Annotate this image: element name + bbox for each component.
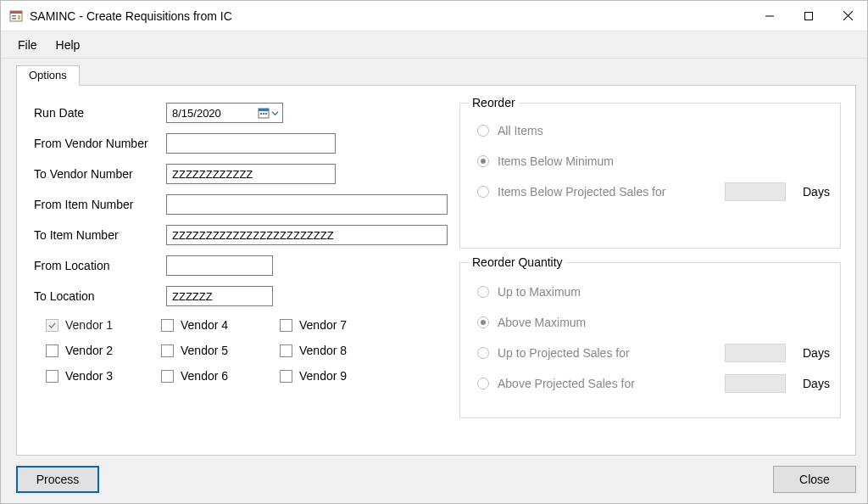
- reorder-qty-groupbox: Reorder Quantity Up to Maximum Above Max…: [459, 262, 841, 418]
- qty-up-to-max-radio: [477, 286, 489, 298]
- maximize-button[interactable]: [789, 1, 828, 31]
- form-area: Run Date 8/15/2020: [34, 98, 449, 311]
- vendor-1-checkbox: Vendor 1: [46, 318, 161, 332]
- svg-rect-12: [263, 113, 264, 115]
- vendor-6-checkbox[interactable]: Vendor 6: [161, 369, 280, 383]
- chevron-down-icon: [270, 109, 279, 117]
- reorder-below-min-radio: [477, 155, 489, 167]
- qty-up-to-projected-days-input: [725, 344, 786, 362]
- minimize-button[interactable]: [750, 1, 789, 31]
- qty-above-projected-days-input: [725, 374, 786, 393]
- run-date-label: Run Date: [34, 106, 166, 120]
- close-button[interactable]: Close: [773, 466, 856, 493]
- vendor-2-checkbox[interactable]: Vendor 2: [46, 344, 161, 357]
- calendar-icon: [258, 107, 270, 119]
- qty-above-projected-row: Above Projected Sales for Days: [460, 368, 840, 399]
- reorder-all-items-radio: [477, 125, 489, 137]
- from-item-label: From Item Number: [34, 198, 166, 211]
- to-item-label: To Item Number: [34, 228, 166, 242]
- reorder-days-input: [725, 182, 786, 201]
- qty-up-to-max-row: Up to Maximum: [460, 277, 840, 307]
- reorder-all-items-row: All Items: [460, 115, 840, 146]
- svg-rect-6: [805, 12, 813, 20]
- reorder-below-projected-row: Items Below Projected Sales for Days: [460, 176, 840, 207]
- to-location-input[interactable]: ZZZZZZ: [166, 286, 273, 306]
- to-vendor-input[interactable]: ZZZZZZZZZZZZ: [166, 164, 336, 184]
- app-window: SAMINC - Create Requisitions from IC Fil…: [0, 0, 868, 504]
- vendor-5-checkbox[interactable]: Vendor 5: [161, 344, 280, 357]
- svg-rect-13: [265, 113, 267, 115]
- svg-rect-2: [12, 15, 16, 17]
- run-date-input[interactable]: 8/15/2020: [166, 103, 283, 123]
- tab-header: Options: [16, 65, 80, 86]
- window-title: SAMINC - Create Requisitions from IC: [30, 9, 232, 23]
- menu-help[interactable]: Help: [56, 38, 81, 52]
- tab-options[interactable]: Options: [16, 65, 80, 86]
- vendor-7-checkbox[interactable]: Vendor 7: [280, 318, 398, 332]
- qty-above-max-row: Above Maximum: [460, 307, 840, 338]
- app-icon: [9, 9, 23, 23]
- vendor-9-checkbox[interactable]: Vendor 9: [280, 369, 398, 383]
- run-date-value: 8/15/2020: [172, 107, 258, 120]
- menu-file[interactable]: File: [18, 38, 37, 52]
- svg-rect-1: [10, 11, 22, 14]
- to-vendor-label: To Vendor Number: [34, 167, 166, 181]
- vendor-3-checkbox[interactable]: Vendor 3: [46, 369, 161, 383]
- reorder-below-min-row: Items Below Minimum: [460, 146, 840, 176]
- from-item-input[interactable]: [166, 194, 448, 215]
- titlebar: SAMINC - Create Requisitions from IC: [1, 1, 867, 31]
- to-location-label: To Location: [34, 289, 166, 303]
- tab-panel-options: Run Date 8/15/2020: [16, 85, 856, 456]
- svg-rect-11: [260, 113, 262, 115]
- reorder-groupbox: Reorder All Items Items Below Minimum It…: [459, 103, 841, 249]
- to-item-input[interactable]: ZZZZZZZZZZZZZZZZZZZZZZZZ: [166, 225, 448, 245]
- client-area: Options Run Date 8/15/2020: [1, 59, 867, 503]
- qty-up-to-projected-radio: [477, 347, 489, 359]
- process-button[interactable]: Process: [16, 466, 99, 493]
- close-window-button[interactable]: [828, 1, 867, 31]
- bottom-bar: Process Close: [16, 466, 856, 493]
- svg-rect-10: [259, 109, 269, 111]
- menubar: File Help: [1, 31, 867, 59]
- from-vendor-label: From Vendor Number: [34, 137, 166, 150]
- reorder-qty-legend: Reorder Quantity: [469, 255, 566, 269]
- from-location-input[interactable]: [166, 255, 273, 276]
- from-vendor-input[interactable]: [166, 133, 336, 154]
- vendor-4-checkbox[interactable]: Vendor 4: [161, 318, 280, 332]
- vendor-checkbox-grid: Vendor 1 Vendor 4 Vendor 7 Vendor 2 Vend…: [46, 318, 398, 383]
- qty-up-to-projected-row: Up to Projected Sales for Days: [460, 338, 840, 368]
- reorder-legend: Reorder: [469, 96, 519, 109]
- from-location-label: From Location: [34, 259, 166, 272]
- qty-above-max-radio: [477, 316, 489, 328]
- reorder-below-projected-radio: [477, 186, 489, 198]
- qty-above-projected-radio: [477, 378, 489, 389]
- svg-rect-4: [18, 15, 20, 20]
- vendor-8-checkbox[interactable]: Vendor 8: [280, 344, 398, 357]
- svg-rect-3: [12, 18, 16, 20]
